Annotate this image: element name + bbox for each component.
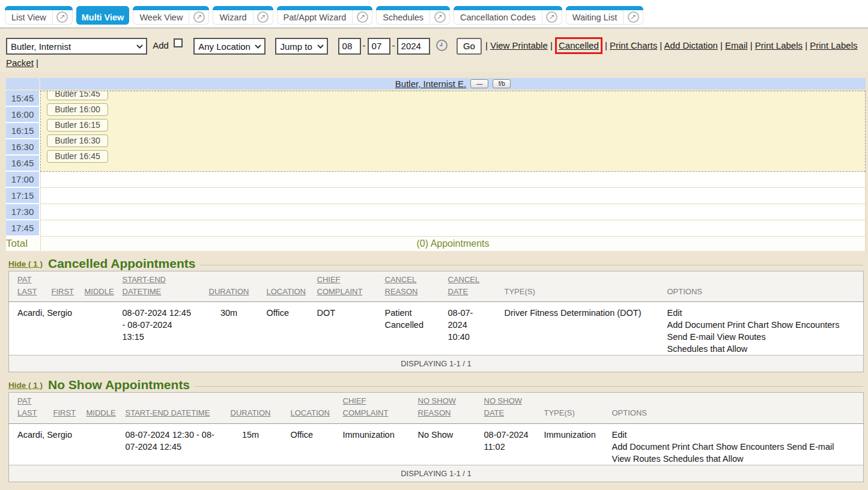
table-header-row: PAT LASTFIRSTMIDDLESTART-END DATETIMEDUR… (9, 393, 864, 423)
tab-icon-area: ↗ (189, 11, 208, 23)
location-select[interactable]: Any Location (193, 38, 266, 55)
column-header-first[interactable]: FIRST (52, 271, 85, 302)
date-month-input[interactable]: 08 (338, 38, 361, 55)
empty-slot-row[interactable] (41, 204, 865, 220)
toolbar-link-print-charts[interactable]: Print Charts (610, 40, 657, 50)
table-header-row: PAT LASTFIRSTMIDDLESTART-END DATETIMEDUR… (9, 271, 864, 302)
open-in-new-icon[interactable]: ↗ (546, 11, 557, 23)
column-header-no-show-date[interactable]: NO SHOW DATE (479, 393, 539, 423)
date-day-input[interactable]: 07 (368, 38, 390, 55)
schedule-header-row: Butler, Internist E. — f/b (6, 78, 866, 89)
cancelled-section-header: Hide ( 1 ) Cancelled Appointments (8, 256, 868, 271)
tab-top-bar (213, 6, 273, 10)
empty-slot-row[interactable] (41, 172, 865, 188)
column-header-cancel-date[interactable]: CANCEL DATE (448, 271, 495, 302)
jump-to-select[interactable]: Jump to (275, 38, 328, 55)
column-header-duration[interactable]: DURATION (199, 271, 267, 302)
toolbar-link-print-labels[interactable]: Print Labels (755, 40, 803, 50)
open-in-new-icon[interactable]: ↗ (357, 11, 368, 23)
date-year-input[interactable]: 2024 (397, 38, 430, 55)
toolbar-link-email[interactable]: Email (725, 40, 748, 50)
tab-cancellation-codes[interactable]: Cancellation Codes↗ (454, 6, 562, 25)
cell-location: Office (286, 423, 338, 465)
time-label: 16:15 (6, 123, 39, 138)
noshow-section-title: No Show Appointments (48, 378, 190, 392)
time-label: 17:00 (6, 172, 39, 187)
column-header-first[interactable]: FIRST (53, 393, 86, 423)
cell-no-show-date: 08-07-2024 11:02 (479, 423, 539, 465)
empty-slot-row[interactable] (41, 220, 865, 237)
open-slot-button[interactable]: Butler 16:30 (47, 135, 108, 147)
tab-multi-view[interactable]: Multi View (76, 6, 130, 25)
column-header-middle[interactable]: MIDDLE (86, 393, 126, 423)
option-line[interactable]: Add Document Print Chart Show Encounters… (612, 441, 857, 453)
clock-icon[interactable] (436, 39, 448, 52)
column-header-pat-last[interactable]: PAT LAST (9, 393, 53, 423)
tab-waiting-list[interactable]: Waiting List↗ (566, 6, 643, 25)
option-line[interactable]: Send E-mail View Routes (667, 331, 857, 343)
open-in-new-icon[interactable]: ↗ (193, 11, 205, 23)
noshow-hide-link[interactable]: Hide ( 1 ) (8, 381, 43, 390)
add-checkbox[interactable] (174, 38, 183, 47)
tab-body: Wizard↗ (213, 10, 273, 25)
column-header-middle[interactable]: MIDDLE (85, 271, 123, 302)
provider-link[interactable]: Butler, Internist E. (395, 79, 466, 89)
time-label: 16:30 (6, 139, 39, 154)
column-header-start-end-datetime[interactable]: START-END DATETIME (126, 393, 223, 423)
tab-week-view[interactable]: Week View↗ (133, 6, 209, 25)
total-appointments: (0) Appointments (41, 237, 865, 251)
tab-wizard[interactable]: Wizard↗ (213, 6, 273, 25)
option-line[interactable]: Schedules that Allow (667, 343, 857, 355)
tab-schedules[interactable]: Schedules↗ (376, 6, 450, 25)
column-header-location[interactable]: LOCATION (286, 393, 338, 423)
column-header-location[interactable]: LOCATION (267, 271, 317, 302)
column-header-cancel-reason[interactable]: CANCEL REASON (385, 271, 448, 302)
empty-slot-row[interactable] (41, 188, 865, 204)
tab-top-bar (454, 6, 562, 10)
column-header-duration[interactable]: DURATION (223, 393, 286, 423)
collapse-column-button[interactable]: — (470, 79, 488, 88)
open-in-new-icon[interactable]: ↗ (434, 11, 446, 23)
open-in-new-icon[interactable]: ↗ (56, 11, 68, 23)
open-slot-button[interactable]: Butler 16:45 (47, 150, 108, 163)
option-line[interactable]: Edit (612, 429, 857, 441)
tab-top-bar (5, 6, 73, 10)
section-divider-line (195, 386, 863, 387)
fb-button[interactable]: f/b (493, 79, 511, 88)
cancelled-hide-link[interactable]: Hide ( 1 ) (8, 259, 43, 268)
toolbar: Butler, Internist Add Any Location Jump … (0, 28, 868, 72)
provider-select[interactable]: Butler, Internist (6, 38, 147, 55)
noshow-appointments-table: PAT LASTFIRSTMIDDLESTART-END DATETIMEDUR… (8, 392, 864, 482)
column-header-chief-complaint[interactable]: CHIEF COMPLAINT (317, 271, 385, 302)
open-in-new-icon[interactable]: ↗ (628, 11, 639, 23)
open-slot-button[interactable]: Butler 16:15 (47, 119, 108, 132)
tab-body: List View↗ (5, 10, 73, 25)
tab-pat-appt-wizard[interactable]: Pat/Appt Wizard↗ (277, 6, 373, 25)
toolbar-link-cancelled[interactable]: Cancelled (559, 40, 599, 50)
tab-bar: List View↗Multi ViewWeek View↗Wizard↗Pat… (0, 0, 868, 28)
option-line[interactable]: View Routes Schedules that Allow (612, 453, 857, 465)
highlight-box: Cancelled (555, 37, 602, 54)
column-header-chief-complaint[interactable]: CHIEF COMPLAINT (338, 393, 413, 423)
toolbar-link-view-printable[interactable]: View Printable (490, 40, 548, 50)
open-in-new-icon[interactable]: ↗ (257, 11, 269, 23)
column-header-start-end-datetime[interactable]: START-END DATETIME (123, 271, 199, 302)
open-slot-button[interactable]: Butler 15:45 (47, 91, 108, 100)
option-line[interactable]: Add Document Print Chart Show Encounters (667, 319, 857, 331)
go-button[interactable]: Go (457, 38, 482, 55)
cell-duration: 30m (199, 302, 267, 355)
table-footer: DISPLAYING 1-1 / 1 (9, 355, 864, 372)
appointment-row: Acardi, Sergio08-07-2024 12:30 - 08-07-2… (9, 423, 864, 465)
tab-icon-area: ↗ (353, 11, 372, 23)
column-header-pat-last[interactable]: PAT LAST (9, 271, 52, 302)
toolbar-link-add-dictation[interactable]: Add Dictation (664, 40, 718, 50)
tab-list-view[interactable]: List View↗ (5, 6, 73, 25)
tab-icon-area: ↗ (542, 11, 562, 23)
cancelled-section-title: Cancelled Appointments (48, 256, 195, 271)
option-line[interactable]: Edit (667, 307, 857, 319)
tab-label: Schedules (377, 13, 429, 22)
column-header-no-show-reason[interactable]: NO SHOW REASON (413, 393, 479, 423)
tab-icon-area: ↗ (430, 11, 449, 23)
open-slot-button[interactable]: Butler 16:00 (47, 103, 108, 116)
appointment-row: Acardi, Sergio08-07-2024 12:45 - 08-07-2… (9, 302, 864, 355)
